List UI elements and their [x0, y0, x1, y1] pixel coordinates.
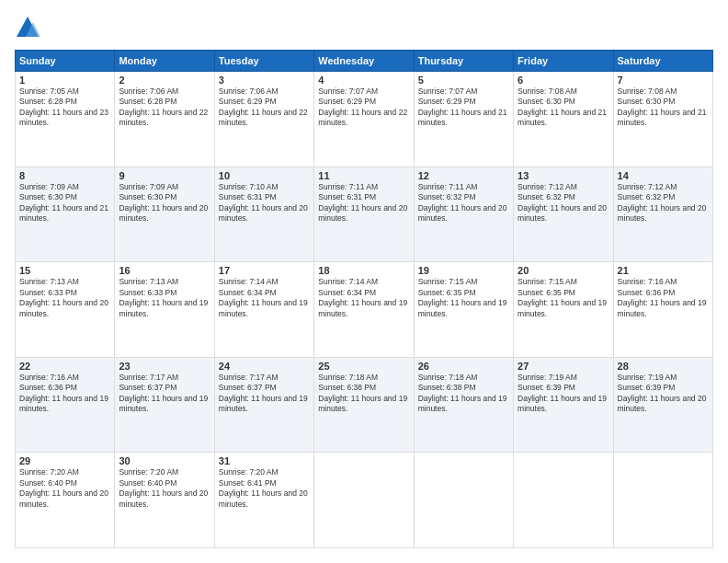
- calendar-cell: 12 Sunrise: 7:11 AMSunset: 6:32 PMDaylig…: [414, 167, 513, 262]
- calendar-week-row: 15 Sunrise: 7:13 AMSunset: 6:33 PMDaylig…: [16, 262, 713, 358]
- day-content: Sunrise: 7:07 AMSunset: 6:29 PMDaylight:…: [418, 86, 509, 129]
- day-content: Sunrise: 7:08 AMSunset: 6:30 PMDaylight:…: [518, 86, 609, 129]
- day-number: 17: [219, 265, 310, 276]
- calendar-cell: 19 Sunrise: 7:15 AMSunset: 6:35 PMDaylig…: [414, 262, 513, 358]
- day-content: Sunrise: 7:06 AMSunset: 6:29 PMDaylight:…: [219, 86, 310, 129]
- day-content: Sunrise: 7:20 AMSunset: 6:40 PMDaylight:…: [19, 467, 110, 510]
- day-content: Sunrise: 7:14 AMSunset: 6:34 PMDaylight:…: [318, 277, 409, 319]
- day-content: Sunrise: 7:10 AMSunset: 6:31 PMDaylight:…: [219, 182, 310, 224]
- calendar-week-row: 1 Sunrise: 7:05 AMSunset: 6:28 PMDayligh…: [16, 72, 713, 167]
- day-content: Sunrise: 7:06 AMSunset: 6:28 PMDaylight:…: [119, 86, 210, 129]
- calendar-cell: 3 Sunrise: 7:06 AMSunset: 6:29 PMDayligh…: [214, 72, 313, 167]
- calendar-cell: 1 Sunrise: 7:05 AMSunset: 6:28 PMDayligh…: [16, 72, 115, 167]
- calendar-header-row: SundayMondayTuesdayWednesdayThursdayFrid…: [16, 51, 713, 72]
- day-content: Sunrise: 7:09 AMSunset: 6:30 PMDaylight:…: [119, 182, 210, 224]
- day-number: 15: [19, 265, 110, 276]
- day-header-friday: Friday: [514, 51, 613, 72]
- day-content: Sunrise: 7:19 AMSunset: 6:39 PMDaylight:…: [618, 373, 709, 415]
- calendar-cell: 25 Sunrise: 7:18 AMSunset: 6:38 PMDaylig…: [314, 357, 414, 453]
- calendar-cell: 18 Sunrise: 7:14 AMSunset: 6:34 PMDaylig…: [314, 262, 414, 358]
- day-content: Sunrise: 7:17 AMSunset: 6:37 PMDaylight:…: [219, 373, 310, 415]
- day-number: 16: [119, 265, 210, 276]
- day-number: 13: [518, 170, 609, 181]
- day-content: Sunrise: 7:09 AMSunset: 6:30 PMDaylight:…: [19, 182, 110, 224]
- calendar-cell: 22 Sunrise: 7:16 AMSunset: 6:36 PMDaylig…: [16, 357, 115, 453]
- calendar-cell: 7 Sunrise: 7:08 AMSunset: 6:30 PMDayligh…: [613, 72, 712, 167]
- calendar-week-row: 22 Sunrise: 7:16 AMSunset: 6:36 PMDaylig…: [16, 357, 713, 453]
- day-content: Sunrise: 7:12 AMSunset: 6:32 PMDaylight:…: [518, 182, 609, 224]
- calendar-cell: 27 Sunrise: 7:19 AMSunset: 6:39 PMDaylig…: [514, 357, 613, 453]
- day-number: 11: [318, 170, 409, 181]
- day-content: Sunrise: 7:18 AMSunset: 6:38 PMDaylight:…: [318, 373, 409, 415]
- day-content: Sunrise: 7:16 AMSunset: 6:36 PMDaylight:…: [618, 277, 709, 319]
- day-number: 2: [119, 75, 210, 86]
- day-number: 1: [19, 75, 110, 86]
- day-header-wednesday: Wednesday: [314, 51, 414, 72]
- day-content: Sunrise: 7:15 AMSunset: 6:35 PMDaylight:…: [518, 277, 609, 319]
- day-content: Sunrise: 7:15 AMSunset: 6:35 PMDaylight:…: [418, 277, 509, 319]
- day-number: 8: [19, 170, 110, 181]
- day-number: 4: [318, 75, 409, 86]
- calendar-cell: 26 Sunrise: 7:18 AMSunset: 6:38 PMDaylig…: [414, 357, 513, 453]
- day-number: 19: [418, 265, 509, 276]
- day-content: Sunrise: 7:16 AMSunset: 6:36 PMDaylight:…: [19, 373, 110, 415]
- calendar-table: SundayMondayTuesdayWednesdayThursdayFrid…: [15, 50, 713, 548]
- calendar-cell: 20 Sunrise: 7:15 AMSunset: 6:35 PMDaylig…: [514, 262, 613, 358]
- day-content: Sunrise: 7:05 AMSunset: 6:28 PMDaylight:…: [19, 86, 110, 129]
- day-content: Sunrise: 7:12 AMSunset: 6:32 PMDaylight:…: [618, 182, 709, 224]
- day-header-saturday: Saturday: [613, 51, 712, 72]
- calendar-cell: [613, 453, 712, 548]
- calendar-cell: 28 Sunrise: 7:19 AMSunset: 6:39 PMDaylig…: [613, 357, 712, 453]
- day-number: 26: [418, 361, 509, 372]
- day-number: 7: [618, 75, 709, 86]
- calendar-cell: 4 Sunrise: 7:07 AMSunset: 6:29 PMDayligh…: [314, 72, 414, 167]
- day-content: Sunrise: 7:08 AMSunset: 6:30 PMDaylight:…: [618, 86, 709, 129]
- day-number: 21: [618, 265, 709, 276]
- calendar-cell: [514, 453, 613, 548]
- day-content: Sunrise: 7:14 AMSunset: 6:34 PMDaylight:…: [219, 277, 310, 319]
- day-number: 20: [518, 265, 609, 276]
- day-header-thursday: Thursday: [414, 51, 513, 72]
- page: SundayMondayTuesdayWednesdayThursdayFrid…: [0, 0, 728, 563]
- day-number: 30: [119, 455, 210, 466]
- day-number: 6: [518, 75, 609, 86]
- calendar-cell: 2 Sunrise: 7:06 AMSunset: 6:28 PMDayligh…: [115, 72, 214, 167]
- calendar-cell: 10 Sunrise: 7:10 AMSunset: 6:31 PMDaylig…: [214, 167, 313, 262]
- logo-icon: [15, 15, 40, 40]
- calendar-week-row: 29 Sunrise: 7:20 AMSunset: 6:40 PMDaylig…: [16, 453, 713, 548]
- calendar-cell: 23 Sunrise: 7:17 AMSunset: 6:37 PMDaylig…: [115, 357, 214, 453]
- day-number: 9: [119, 170, 210, 181]
- calendar-cell: [414, 453, 513, 548]
- day-content: Sunrise: 7:11 AMSunset: 6:32 PMDaylight:…: [418, 182, 509, 224]
- calendar-cell: 14 Sunrise: 7:12 AMSunset: 6:32 PMDaylig…: [613, 167, 712, 262]
- calendar-cell: 8 Sunrise: 7:09 AMSunset: 6:30 PMDayligh…: [16, 167, 115, 262]
- day-content: Sunrise: 7:20 AMSunset: 6:40 PMDaylight:…: [119, 467, 210, 510]
- day-number: 31: [219, 455, 310, 466]
- day-number: 14: [618, 170, 709, 181]
- day-content: Sunrise: 7:18 AMSunset: 6:38 PMDaylight:…: [418, 373, 509, 415]
- day-content: Sunrise: 7:13 AMSunset: 6:33 PMDaylight:…: [119, 277, 210, 319]
- day-content: Sunrise: 7:17 AMSunset: 6:37 PMDaylight:…: [119, 373, 210, 415]
- day-content: Sunrise: 7:07 AMSunset: 6:29 PMDaylight:…: [318, 86, 409, 129]
- calendar-cell: 6 Sunrise: 7:08 AMSunset: 6:30 PMDayligh…: [514, 72, 613, 167]
- day-content: Sunrise: 7:19 AMSunset: 6:39 PMDaylight:…: [518, 373, 609, 415]
- calendar-cell: 29 Sunrise: 7:20 AMSunset: 6:40 PMDaylig…: [16, 453, 115, 548]
- calendar-cell: 15 Sunrise: 7:13 AMSunset: 6:33 PMDaylig…: [16, 262, 115, 358]
- day-number: 22: [19, 361, 110, 372]
- day-number: 29: [19, 455, 110, 466]
- day-content: Sunrise: 7:11 AMSunset: 6:31 PMDaylight:…: [318, 182, 409, 224]
- calendar-cell: 16 Sunrise: 7:13 AMSunset: 6:33 PMDaylig…: [115, 262, 214, 358]
- day-number: 24: [219, 361, 310, 372]
- day-number: 12: [418, 170, 509, 181]
- day-number: 5: [418, 75, 509, 86]
- calendar-cell: 9 Sunrise: 7:09 AMSunset: 6:30 PMDayligh…: [115, 167, 214, 262]
- logo: [15, 15, 44, 40]
- calendar-cell: 13 Sunrise: 7:12 AMSunset: 6:32 PMDaylig…: [514, 167, 613, 262]
- day-number: 27: [518, 361, 609, 372]
- day-header-sunday: Sunday: [16, 51, 115, 72]
- calendar-cell: 31 Sunrise: 7:20 AMSunset: 6:41 PMDaylig…: [214, 453, 313, 548]
- day-number: 23: [119, 361, 210, 372]
- header: [15, 15, 713, 40]
- day-content: Sunrise: 7:13 AMSunset: 6:33 PMDaylight:…: [19, 277, 110, 319]
- day-content: Sunrise: 7:20 AMSunset: 6:41 PMDaylight:…: [219, 467, 310, 510]
